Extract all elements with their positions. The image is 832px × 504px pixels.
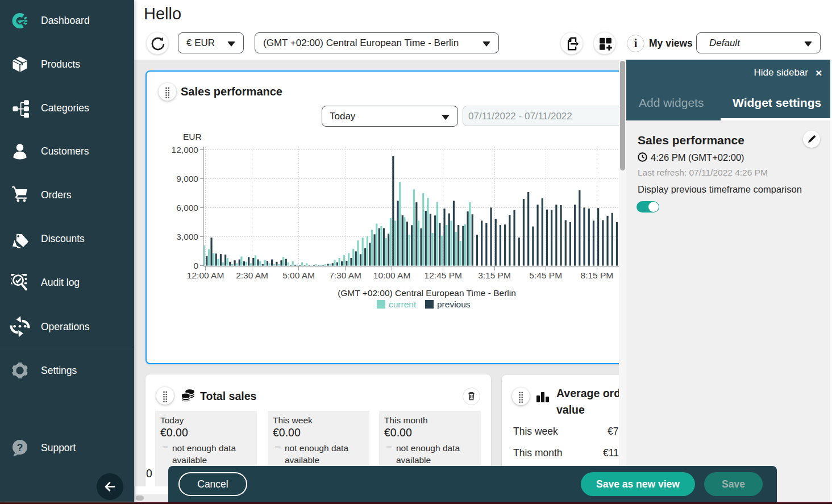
svg-text:12,000: 12,000 (172, 145, 199, 155)
svg-text:9,000: 9,000 (176, 174, 198, 184)
svg-text:current: current (389, 299, 417, 309)
svg-text:EUR: EUR (183, 132, 202, 141)
svg-text:6,000: 6,000 (176, 203, 198, 213)
svg-text:12:45 PM: 12:45 PM (425, 270, 462, 280)
svg-text:7:30 AM: 7:30 AM (329, 270, 361, 280)
svg-text:0: 0 (193, 261, 198, 270)
svg-text:3,000: 3,000 (176, 232, 198, 241)
svg-text:5:00 AM: 5:00 AM (282, 270, 315, 280)
svg-text:(GMT +02:00) Central European: (GMT +02:00) Central European Time - Ber… (338, 288, 516, 298)
svg-text:10:00 AM: 10:00 AM (373, 270, 411, 280)
svg-text:?: ? (17, 442, 23, 453)
svg-text:5:45 PM: 5:45 PM (529, 270, 562, 280)
svg-text:previous: previous (437, 299, 471, 309)
svg-text:3:15 PM: 3:15 PM (478, 270, 511, 280)
svg-text:2:30 AM: 2:30 AM (236, 270, 268, 280)
svg-text:12:00 AM: 12:00 AM (187, 270, 224, 280)
svg-text:8:15 PM: 8:15 PM (581, 270, 614, 280)
